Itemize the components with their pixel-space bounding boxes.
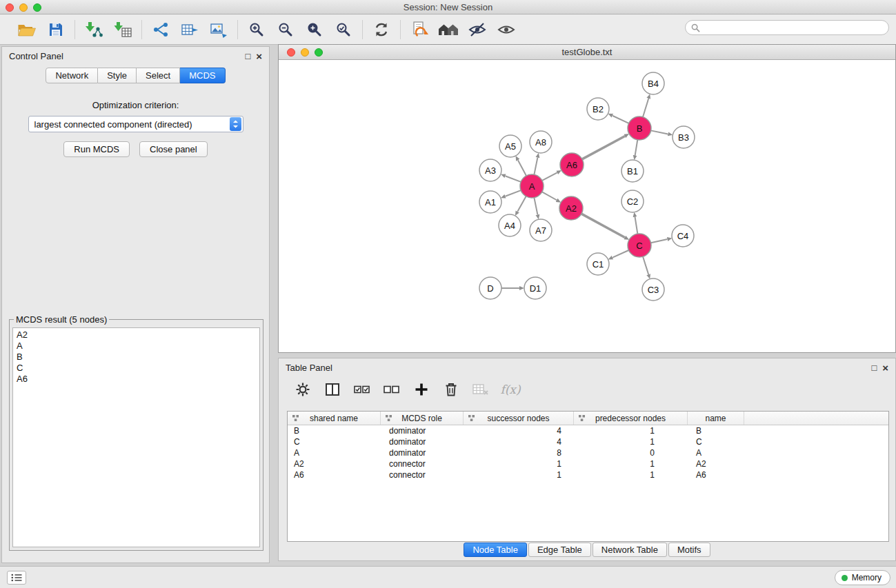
graph-node-D1[interactable]: D1 <box>524 277 546 299</box>
graph-node-B3[interactable]: B3 <box>673 126 695 148</box>
delete-table-button[interactable] <box>472 381 490 398</box>
delete-column-button[interactable] <box>442 381 460 398</box>
minimize-window-button[interactable] <box>19 3 28 12</box>
graph-edge-A-A7[interactable] <box>534 198 537 215</box>
tab-network-table[interactable]: Network Table <box>593 543 667 557</box>
network-graph[interactable]: B4B2BB3A8A5A6A3B1AA1C2A2A4A7C4CC1C3DD1 <box>279 60 895 352</box>
graph-node-B[interactable]: B <box>628 116 651 140</box>
import-network-button[interactable] <box>83 19 104 40</box>
graph-edge-B-B4[interactable] <box>643 99 648 117</box>
graph-node-C1[interactable]: C1 <box>587 253 609 275</box>
graph-edge-A-A3[interactable] <box>505 176 521 182</box>
close-panel-icon[interactable]: × <box>256 52 262 61</box>
tab-motifs[interactable]: Motifs <box>668 543 710 557</box>
mcds-result-item[interactable]: A6 <box>17 374 256 385</box>
graph-node-A6[interactable]: A6 <box>560 153 584 176</box>
graph-node-A[interactable]: A <box>520 174 544 198</box>
search-input[interactable] <box>700 21 888 34</box>
column-header-mcds-role[interactable]: MCDS role <box>381 412 464 425</box>
column-browser-button[interactable] <box>323 381 341 398</box>
tab-style[interactable]: Style <box>98 68 137 83</box>
zoom-selected-button[interactable] <box>333 19 354 40</box>
export-table-button[interactable] <box>179 19 200 40</box>
table-row[interactable]: A6connector11A6 <box>288 469 888 480</box>
graph-edge-C-C2[interactable] <box>635 217 638 234</box>
graph-node-B1[interactable]: B1 <box>621 160 644 182</box>
select-all-columns-button[interactable] <box>353 381 371 398</box>
export-image-button[interactable] <box>208 19 229 40</box>
tab-mcds[interactable]: MCDS <box>180 68 225 83</box>
network-canvas[interactable]: B4B2BB3A8A5A6A3B1AA1C2A2A4A7C4CC1C3DD1 <box>279 60 895 352</box>
column-header-shared-name[interactable]: shared name <box>288 412 381 425</box>
import-table-button[interactable] <box>112 19 133 40</box>
graph-edge-B-B1[interactable] <box>635 140 638 156</box>
graph-edge-B-B2[interactable] <box>613 116 629 123</box>
zoom-in-button[interactable] <box>246 19 267 40</box>
show-details-button[interactable] <box>496 19 517 40</box>
graph-edge-A-A6[interactable] <box>542 172 557 181</box>
graph-node-D[interactable]: D <box>479 277 501 299</box>
tab-network[interactable]: Network <box>46 68 98 83</box>
deselect-all-columns-button[interactable] <box>383 381 401 398</box>
mcds-result-item[interactable]: B <box>17 352 256 363</box>
report-button[interactable] <box>409 19 430 40</box>
mcds-result-list[interactable]: A2ABCA6 <box>12 327 260 547</box>
float-table-panel-icon[interactable]: □ <box>871 363 877 372</box>
table-row[interactable]: A2connector11A2 <box>288 458 888 469</box>
graph-node-C4[interactable]: C4 <box>672 225 694 247</box>
create-column-button[interactable] <box>412 381 430 398</box>
graph-node-A2[interactable]: A2 <box>559 196 583 220</box>
graph-edge-A-A8[interactable] <box>534 158 537 175</box>
graph-node-C3[interactable]: C3 <box>642 278 664 301</box>
mcds-result-item[interactable]: A2 <box>17 330 256 341</box>
hide-details-button[interactable] <box>467 19 488 40</box>
graph-node-A3[interactable]: A3 <box>479 159 501 181</box>
memory-button[interactable]: Memory <box>835 570 890 585</box>
close-table-panel-icon[interactable]: × <box>882 363 888 372</box>
graph-edge-C-C3[interactable] <box>643 256 648 274</box>
close-window-button[interactable] <box>6 3 14 12</box>
graph-node-A8[interactable]: A8 <box>530 131 552 153</box>
float-panel-icon[interactable]: □ <box>245 52 250 61</box>
graph-node-A1[interactable]: A1 <box>479 191 501 213</box>
mcds-result-item[interactable]: C <box>17 363 256 374</box>
graph-node-A4[interactable]: A4 <box>499 214 521 236</box>
graph-node-A5[interactable]: A5 <box>499 135 521 157</box>
table-row[interactable]: Cdominator41C <box>288 436 888 447</box>
column-header-predecessor-nodes[interactable]: predecessor nodes <box>574 412 688 425</box>
tab-node-table[interactable]: Node Table <box>464 543 527 557</box>
function-builder-button[interactable]: f(x) <box>501 381 519 398</box>
optimization-criterion-select[interactable]: largest connected component (directed) <box>28 116 243 132</box>
zoom-fit-button[interactable] <box>304 19 325 40</box>
graph-edge-A-A2[interactable] <box>542 192 557 200</box>
graph-node-A7[interactable]: A7 <box>530 219 552 241</box>
table-settings-button[interactable] <box>294 381 312 398</box>
graph-node-C2[interactable]: C2 <box>621 190 644 212</box>
graph-edge-A-A4[interactable] <box>517 196 526 212</box>
search-box[interactable] <box>685 20 889 35</box>
graph-edge-B-B3[interactable] <box>651 130 668 134</box>
run-mcds-button[interactable]: Run MCDS <box>63 141 130 157</box>
column-header-successor-nodes[interactable]: successor nodes <box>464 412 574 425</box>
graph-node-C[interactable]: C <box>628 234 651 257</box>
network-zoom-button[interactable] <box>315 48 323 57</box>
close-panel-button[interactable]: Close panel <box>139 141 208 157</box>
save-session-button[interactable] <box>46 19 66 40</box>
new-network-button[interactable] <box>150 19 171 40</box>
task-history-button[interactable] <box>7 571 26 585</box>
home-button[interactable] <box>438 19 459 40</box>
zoom-out-button[interactable] <box>275 19 296 40</box>
graph-edge-C-C1[interactable] <box>613 250 629 258</box>
open-session-button[interactable] <box>17 19 37 40</box>
tab-edge-table[interactable]: Edge Table <box>528 543 591 557</box>
tab-select[interactable]: Select <box>137 68 180 83</box>
column-header-name[interactable]: name <box>688 412 744 425</box>
network-minimize-button[interactable] <box>301 48 309 57</box>
refresh-layout-button[interactable] <box>371 19 392 40</box>
table-row[interactable]: Adominator80A <box>288 447 888 458</box>
graph-node-B4[interactable]: B4 <box>642 72 664 94</box>
graph-edge-A-A5[interactable] <box>518 160 526 176</box>
graph-edge-A6-B[interactable] <box>582 136 625 159</box>
network-close-button[interactable] <box>287 48 295 57</box>
graph-node-B2[interactable]: B2 <box>587 98 609 120</box>
